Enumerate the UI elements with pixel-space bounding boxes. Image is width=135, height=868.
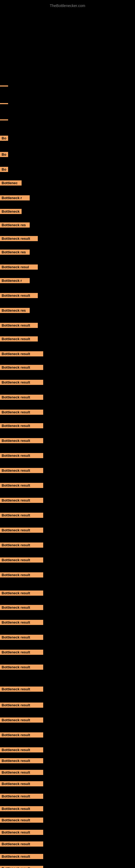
bottleneck-label-28: Bottleneck result (0, 483, 43, 488)
bottleneck-label-21: Bottleneck result (0, 380, 43, 385)
bottleneck-label-23: Bottleneck result (0, 410, 43, 415)
bottleneck-label-29: Bottleneck result (0, 498, 43, 503)
bottleneck-label-31: Bottleneck result (0, 528, 43, 533)
bottleneck-label-39: Bottleneck result (0, 650, 43, 655)
bottleneck-label-8: Bottleneck r (0, 195, 30, 200)
bottleneck-label-44: Bottleneck result (0, 733, 43, 738)
site-title: TheBottlenecker.com (0, 1, 135, 10)
bottleneck-label-2 (0, 103, 8, 104)
bottleneck-label-1 (0, 86, 8, 87)
bottleneck-label-25: Bottleneck result (0, 438, 43, 443)
bottleneck-label-24: Bottleneck result (0, 423, 43, 428)
bottleneck-label-32: Bottleneck result (0, 542, 43, 548)
bottleneck-label-50: Bottleneck result (0, 806, 43, 811)
bottleneck-label-33: Bottleneck result (0, 557, 43, 563)
bottleneck-label-37: Bottleneck result (0, 620, 43, 625)
bottleneck-label-40: Bottleneck result (0, 664, 43, 670)
bottleneck-label-26: Bottleneck result (0, 453, 43, 458)
bottleneck-label-14: Bottleneck r (0, 278, 30, 283)
bottleneck-label-18: Bottleneck result (0, 336, 38, 341)
bottleneck-label-45: Bottleneck result (0, 747, 43, 752)
bottleneck-label-30: Bottleneck result (0, 513, 43, 518)
bottleneck-label-38: Bottleneck result (0, 635, 43, 640)
bottleneck-label-10: Bottleneck res (0, 222, 30, 227)
bottleneck-label-5: Bo (0, 152, 8, 157)
bottleneck-label-22: Bottleneck result (0, 395, 43, 400)
bottleneck-label-3 (0, 119, 8, 120)
bottleneck-label-20: Bottleneck result (0, 365, 43, 370)
bottleneck-label-9: Bottleneck (0, 209, 21, 214)
bottleneck-label-47: Bottleneck result (0, 770, 43, 775)
bottleneck-label-4: Bo (0, 135, 8, 141)
bottleneck-label-13: Bottleneck resul (0, 265, 38, 270)
bottleneck-label-35: Bottleneck result (0, 590, 43, 596)
bottleneck-label-43: Bottleneck result (0, 717, 43, 723)
bottleneck-label-42: Bottleneck result (0, 703, 43, 708)
bottleneck-label-41: Bottleneck result (0, 686, 43, 692)
bottleneck-label-17: Bottleneck result (0, 323, 38, 328)
bottleneck-label-15: Bottleneck result (0, 293, 38, 298)
bottleneck-label-54: Bottleneck result (0, 854, 43, 859)
bottleneck-label-16: Bottleneck res (0, 308, 30, 313)
bottleneck-label-19: Bottleneck result (0, 351, 43, 356)
bottleneck-label-7: Bottlenec (0, 180, 21, 186)
bottleneck-label-36: Bottleneck result (0, 605, 43, 610)
bottleneck-label-46: Bottleneck result (0, 758, 43, 763)
bottleneck-label-34: Bottleneck result (0, 572, 43, 578)
bottleneck-label-12: Bottleneck res (0, 250, 30, 255)
bottleneck-label-52: Bottleneck result (0, 830, 43, 835)
bottleneck-label-51: Bottleneck result (0, 817, 43, 823)
bottleneck-label-27: Bottleneck result (0, 468, 43, 473)
bottleneck-label-49: Bottleneck result (0, 794, 43, 799)
bottleneck-label-53: Bottleneck result (0, 841, 43, 846)
bottleneck-label-48: Bottleneck result (0, 781, 43, 786)
bottleneck-label-11: Bottleneck result (0, 236, 38, 241)
bottleneck-label-55: Bottleneck result (0, 866, 43, 868)
bottleneck-label-6: Bo (0, 167, 8, 172)
